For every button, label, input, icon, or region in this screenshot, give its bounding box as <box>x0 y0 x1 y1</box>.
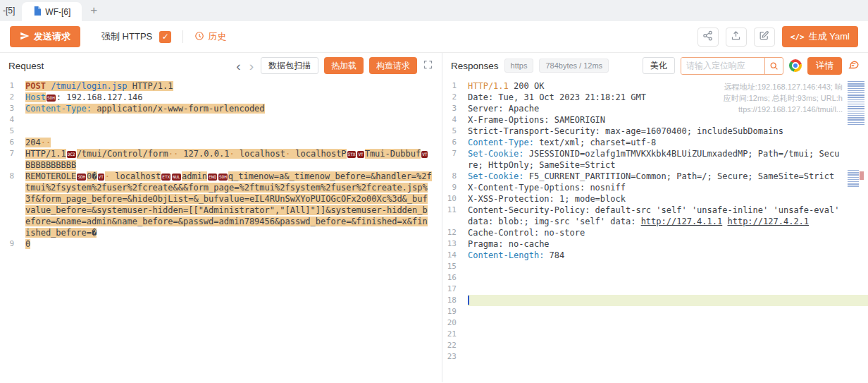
response-line-3[interactable]: 3Server: Apachettps://192.168.127.146/tm… <box>442 103 868 114</box>
response-line-1[interactable]: 1HTTP/1.1 200 OK远程地址:192.168.127.146:443… <box>442 80 868 92</box>
response-line-20[interactable]: 20 <box>442 317 868 329</box>
code-segment: Strict-Transport-Security: max-age=16070… <box>468 126 783 136</box>
export-button[interactable] <box>726 28 747 47</box>
request-panel: Request ‹ › 数据包扫描 热加载 构造请求 1POST /tmui/l… <box>0 53 442 382</box>
prev-request-button[interactable]: ‹ <box>235 59 242 73</box>
minimap[interactable] <box>848 81 866 382</box>
line-number: 19 <box>442 306 468 317</box>
response-line-6[interactable]: 6Content-Type: text/xml; charset=utf-8 <box>442 137 868 148</box>
response-line-10[interactable]: 10X-XSS-Protection: 1; mode=block <box>442 193 868 205</box>
response-title: Responses <box>451 61 499 71</box>
history-button[interactable]: 历史 <box>194 30 226 43</box>
line-number: 15 <box>442 261 468 272</box>
details-button[interactable]: 详情 <box>807 57 842 75</box>
beautify-button[interactable]: 美化 <box>643 57 675 74</box>
line-content: Content-Security-Policy: default-src 'se… <box>468 205 868 227</box>
code-segment: 784 <box>544 250 564 260</box>
line-number: 18 <box>442 295 468 306</box>
control-char-vt: VT <box>98 174 104 181</box>
code-segment: · <box>105 171 110 181</box>
search-input[interactable] <box>681 58 764 74</box>
request-editor[interactable]: 1POST /tmui/login.jsp HTTP/1.12HostSOH: … <box>0 78 442 382</box>
line-content: Content-Length: 784 <box>468 250 868 261</box>
request-line-4[interactable]: 4 <box>0 114 442 126</box>
response-line-11[interactable]: 11Content-Security-Policy: default-src '… <box>442 205 868 227</box>
line-content <box>468 329 868 340</box>
response-line-14[interactable]: 14Content-Length: 784 <box>442 250 868 261</box>
chrome-icon[interactable] <box>789 59 802 72</box>
packet-scan-button[interactable]: 数据包扫描 <box>261 57 318 74</box>
line-content <box>468 351 868 363</box>
request-line-2[interactable]: 2HostSOH: 192.168.127.146 <box>0 92 442 103</box>
response-line-19[interactable]: 19 <box>442 306 868 317</box>
code-segment: localhostP <box>290 149 346 159</box>
line-number: 3 <box>442 103 468 114</box>
control-char-enq: ENQ <box>208 174 217 181</box>
response-line-5[interactable]: 5Strict-Transport-Security: max-age=1607… <box>442 126 868 137</box>
request-line-5[interactable]: 5 <box>0 126 442 137</box>
force-https-checkbox[interactable]: ✓ <box>159 31 171 43</box>
response-line-15[interactable]: 15 <box>442 261 868 272</box>
request-line-3[interactable]: 3Content-Type: application/x-www-form-ur… <box>0 103 442 114</box>
response-meta: 远程地址:192.168.127.146:443; 响 <box>724 81 843 92</box>
next-request-button[interactable]: › <box>248 59 255 73</box>
code-segment: Tmui-Dubbuf <box>365 149 421 159</box>
response-line-12[interactable]: 12Cache-Control: no-store <box>442 227 868 238</box>
code-segment: : 192.168.127.146 <box>56 92 143 102</box>
send-request-button[interactable]: 发送请求 <box>10 26 80 47</box>
code-segment: 204 <box>25 138 41 147</box>
tab-previous[interactable]: -[5] <box>0 6 22 21</box>
code-segment: X-XSS-Protection: 1; mode=block <box>468 194 626 204</box>
text-cursor <box>468 296 469 305</box>
line-content: X-Frame-Options: SAMEORIGIN <box>468 114 868 126</box>
code-segment: 0� <box>87 171 97 181</box>
request-line-9[interactable]: 90 <box>0 238 442 250</box>
response-line-13[interactable]: 13Pragma: no-cache <box>442 238 868 250</box>
line-number: 17 <box>442 284 468 295</box>
new-tab-button[interactable]: + <box>82 4 106 21</box>
response-line-4[interactable]: 4X-Frame-Options: SAMEORIGIN <box>442 114 868 126</box>
share-button[interactable] <box>698 28 719 47</box>
line-number: 12 <box>442 227 468 238</box>
construct-request-button[interactable]: 构造请求 <box>369 57 417 74</box>
response-line-9[interactable]: 9X-Content-Type-Options: nosniff <box>442 182 868 193</box>
code-segment: /tmui/Control/form <box>77 149 168 159</box>
tab-active[interactable]: WF-[6] <box>22 2 82 21</box>
request-line-7[interactable]: 7HTTP/1.1DC2/tmui/Control/form·· 127.0.0… <box>0 148 442 171</box>
line-content: HTTP/1.1DC2/tmui/Control/form·· 127.0.0.… <box>25 148 442 171</box>
app-window: -[5] WF-[6] + 发送请求 强制 HTTPS ✓ 历史 <box>0 0 868 382</box>
generate-yaml-button[interactable]: </> 生成 Yaml <box>782 26 858 47</box>
line-number: 2 <box>0 92 25 103</box>
line-number: 5 <box>0 126 25 137</box>
response-line-7[interactable]: 7Set-Cookie: JSESSIONID=ozlafg1mTMVKXkbk… <box>442 148 868 171</box>
response-line-18[interactable]: 18 <box>442 295 868 306</box>
line-content: Set-Cookie: F5_CURRENT_PARTITION=Common;… <box>468 171 868 182</box>
control-char-etx: ETX <box>161 174 170 181</box>
code-segment: Set-Cookie: <box>468 171 523 181</box>
response-line-22[interactable]: 22 <box>442 340 868 351</box>
response-line-16[interactable]: 16 <box>442 272 868 284</box>
request-line-6[interactable]: 6204·· <box>0 137 442 148</box>
line-number: 6 <box>442 137 468 148</box>
line-number: 10 <box>442 193 468 205</box>
response-line-23[interactable]: 23 <box>442 351 868 363</box>
response-editor[interactable]: 1HTTP/1.1 200 OK远程地址:192.168.127.146:443… <box>442 78 868 382</box>
control-char-nul: NUL <box>172 174 181 181</box>
request-line-8[interactable]: 8REMOTEROLESOH0�VT· localhostETXNULadmin… <box>0 171 442 238</box>
line-number: 23 <box>442 351 468 363</box>
response-line-8[interactable]: 8Set-Cookie: F5_CURRENT_PARTITION=Common… <box>442 171 868 182</box>
request-line-1[interactable]: 1POST /tmui/login.jsp HTTP/1.1 <box>0 80 442 92</box>
edit-button[interactable] <box>754 28 775 47</box>
line-number: 11 <box>442 205 468 227</box>
line-number: 4 <box>0 114 25 126</box>
fullscreen-icon[interactable] <box>423 59 433 73</box>
hot-reload-button[interactable]: 热加载 <box>324 57 364 74</box>
response-line-17[interactable]: 17 <box>442 284 868 295</box>
search-icon[interactable] <box>764 58 783 74</box>
comment-icon[interactable] <box>848 59 860 73</box>
response-line-2[interactable]: 2Date: Tue, 31 Oct 2023 21:18:21 GMT应时间:… <box>442 92 868 103</box>
line-content: 0 <box>25 238 442 250</box>
line-number: 1 <box>0 80 25 92</box>
response-line-21[interactable]: 21 <box>442 329 868 340</box>
response-meta: ttps://192.168.127.146/tmui/l... <box>738 104 843 115</box>
